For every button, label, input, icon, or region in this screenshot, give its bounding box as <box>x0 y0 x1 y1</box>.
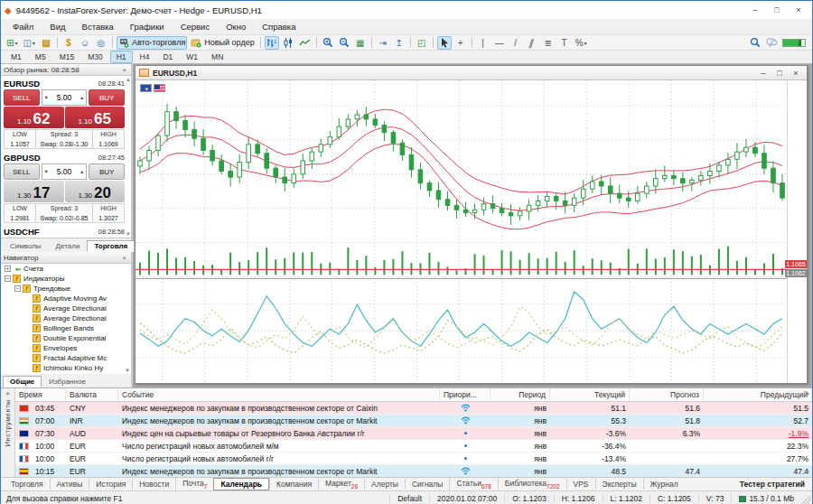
search-button[interactable] <box>748 36 762 50</box>
market-watch-tab[interactable]: Торговля <box>87 240 135 252</box>
toolbox-tab[interactable]: История <box>89 479 132 490</box>
crosshair-button[interactable]: + <box>453 36 468 50</box>
strategy-tester-label[interactable]: Тестер стратегий <box>740 480 808 489</box>
bars-chart-button[interactable]: 1 <box>265 36 279 50</box>
close-button[interactable]: × <box>789 5 808 14</box>
chat-button[interactable] <box>764 36 780 50</box>
toolbox-tab[interactable]: Торговля <box>5 479 50 490</box>
market-watch-symbol[interactable]: GBPUSD 08:27:45 SELL ▼ 5.00 ▲ BUY <box>4 152 125 223</box>
buy-button[interactable]: BUY <box>89 238 125 238</box>
toolbox-tab[interactable]: Почта7 <box>175 478 213 490</box>
navigator-tab[interactable]: Общие <box>3 376 42 387</box>
column-header[interactable]: Время <box>15 388 66 401</box>
timeframe-button[interactable]: MN <box>205 51 229 63</box>
expand-icon[interactable]: + <box>5 266 11 272</box>
navigator-item[interactable]: Ichimoku Kinko Hy <box>1 363 131 373</box>
navigator-item[interactable]: Bollinger Bands <box>1 323 131 333</box>
volume-stepper[interactable]: ▼ 5.00 ▲ <box>42 89 88 106</box>
timeframe-button[interactable]: H4 <box>134 51 156 63</box>
menu-item[interactable]: Вид <box>42 20 73 33</box>
maximize-button[interactable]: □ <box>767 5 787 14</box>
toolbox-tab[interactable]: Алерты <box>364 479 405 490</box>
sell-button[interactable]: SELL <box>4 163 40 180</box>
volume-up-icon[interactable]: ▲ <box>78 169 86 174</box>
expand-icon[interactable]: − <box>5 275 11 282</box>
gold-button[interactable]: $ <box>61 36 76 50</box>
timeframe-button[interactable]: H1 <box>110 51 133 63</box>
timeframe-button[interactable]: M1 <box>5 51 28 63</box>
deposit-button[interactable]: ☺ <box>78 36 92 50</box>
autoscroll-button[interactable]: ⇥ <box>376 36 390 50</box>
menu-item[interactable]: Графики <box>122 20 173 33</box>
autotrade-button[interactable]: Авто-торговля <box>117 36 187 50</box>
candles-chart-button[interactable] <box>281 36 295 50</box>
indicators-button[interactable]: ◰ <box>415 36 429 50</box>
navigator-item[interactable]: Average Directional <box>1 313 131 323</box>
fibonacci-button[interactable]: ≣ <box>541 36 556 50</box>
channel-button[interactable]: ∥ <box>525 36 539 50</box>
market-watch-tab[interactable]: Детали <box>49 240 88 252</box>
column-header[interactable]: Текущий <box>550 388 630 401</box>
toolbox-tab[interactable]: Компания <box>269 479 318 490</box>
zoom-in-button[interactable] <box>321 36 335 50</box>
toolbox-tab[interactable]: VPS <box>566 479 595 490</box>
timeframe-button[interactable]: W1 <box>180 51 204 63</box>
navigator-item[interactable]: + Счета <box>1 264 131 274</box>
new-chart-button[interactable]: ⊞▾ <box>5 36 19 50</box>
timeframe-button[interactable]: M15 <box>53 51 81 63</box>
calendar-row[interactable]: 03:45 CNY Индекс менеджеров по закупкам … <box>15 402 812 415</box>
market-watch-symbol[interactable]: USDCHF 08:28:58 SELL ▼ 5.00 ▲ BUY <box>4 226 125 238</box>
signals-button[interactable]: ◎ <box>94 36 108 50</box>
toolbox-tab[interactable]: Журнал <box>643 479 685 490</box>
ask-tile[interactable]: 1.1065 <box>65 107 126 128</box>
volume-stepper[interactable]: ▼ 5.00 ▲ <box>42 163 88 180</box>
calendar-row[interactable]: 07:30 AUD Индекс цен на сырьевые товары … <box>15 427 812 440</box>
navigator-item[interactable]: Adaptive Moving Av <box>1 294 131 303</box>
profiles-button[interactable]: ◫▾ <box>21 36 36 50</box>
calendar-row[interactable]: 07:00 INR Индекс менеджеров по закупкам … <box>15 415 812 427</box>
toolbox-tab[interactable]: Маркет26 <box>318 478 364 490</box>
chart-maximize-button[interactable]: □ <box>772 69 787 78</box>
buy-button[interactable]: BUY <box>89 163 125 180</box>
bid-tile[interactable]: 1.1062 <box>4 107 64 128</box>
column-header[interactable]: Период <box>491 388 550 401</box>
zoom-out-button[interactable] <box>337 36 351 50</box>
new-order-button[interactable]: Новый ордер <box>189 36 256 50</box>
calendar-row[interactable]: 10:00 EUR Число регистраций новых автомо… <box>15 440 812 453</box>
price-scale[interactable]: 1.1065 1.1062 <box>787 80 807 383</box>
timeframe-button[interactable]: D1 <box>156 51 179 63</box>
close-icon[interactable]: × <box>120 254 128 262</box>
text-tool-button[interactable]: T <box>557 36 572 50</box>
resize-grip[interactable] <box>801 495 810 504</box>
navigator-item[interactable]: Double Exponential <box>1 333 131 343</box>
scroll-down-icon[interactable]: ▼ <box>805 470 810 475</box>
scroll-up-icon[interactable]: ▲ <box>126 77 131 82</box>
sell-button[interactable]: SELL <box>4 89 40 106</box>
toolbox-tab[interactable]: Библиотека7202 <box>498 478 566 490</box>
navigator-item[interactable]: Envelopes <box>1 343 131 353</box>
toolbox-tab[interactable]: Эксперты <box>595 479 643 490</box>
objects-button[interactable]: %▾ <box>574 36 589 50</box>
navigator-item[interactable]: − Индикаторы <box>1 274 131 284</box>
market-watch-tab[interactable]: Символы <box>3 240 49 252</box>
volume-up-icon[interactable]: ▲ <box>78 95 86 100</box>
column-header[interactable]: Валюта <box>66 388 118 401</box>
menu-item[interactable]: Файл <box>5 20 42 33</box>
menu-item[interactable]: Вставка <box>74 20 122 33</box>
menu-item[interactable]: Окно <box>218 20 254 33</box>
timeframe-button[interactable]: M30 <box>81 51 109 63</box>
column-header[interactable]: Событие <box>118 388 440 401</box>
navigator-item[interactable]: Fractal Adaptive Mc <box>1 353 131 363</box>
vertical-line-button[interactable]: | <box>476 36 491 50</box>
close-icon[interactable]: × <box>120 66 128 74</box>
sell-button[interactable]: SELL <box>4 238 40 238</box>
chart-title-bar[interactable]: EURUSD,H1 – □ × <box>136 66 807 80</box>
volume-stepper[interactable]: ▼ 5.00 ▲ <box>42 238 88 238</box>
price-chart[interactable] <box>136 80 787 383</box>
navigator-item[interactable]: − Трендовые <box>1 284 131 294</box>
toolbox-tab[interactable]: Активы <box>50 479 89 490</box>
menu-item[interactable]: Сервис <box>173 20 219 33</box>
chart-close-button[interactable]: × <box>789 69 803 78</box>
toolbox-tab[interactable]: Сигналы <box>405 479 449 490</box>
column-header[interactable]: Предыдущий <box>704 388 812 401</box>
